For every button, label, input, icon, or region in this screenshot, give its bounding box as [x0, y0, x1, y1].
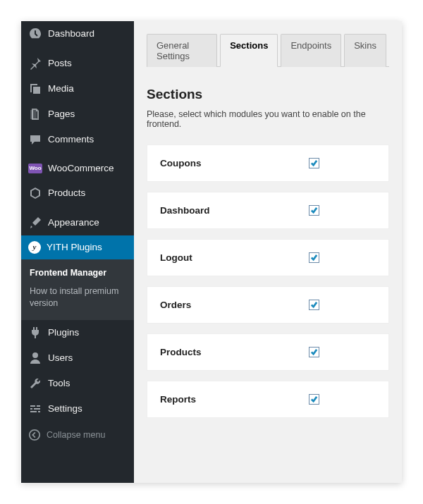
module-list: Coupons Dashboard Logout Orders [147, 145, 389, 418]
module-checkbox-reports[interactable] [309, 394, 319, 405]
sidebar-item-media[interactable]: Media [21, 76, 134, 102]
svg-rect-0 [30, 110, 37, 119]
module-checkbox-orders[interactable] [309, 300, 319, 310]
sidebar-item-label: Users [48, 352, 73, 364]
collapse-icon [28, 429, 41, 441]
collapse-menu-button[interactable]: Collapse menu [21, 422, 134, 448]
sidebar-item-label: Media [48, 82, 74, 95]
sidebar-item-products[interactable]: Products [21, 180, 134, 206]
app-frame: Dashboard Posts Media Pages Comments [21, 21, 402, 483]
sliders-icon [28, 402, 42, 416]
brush-icon [28, 216, 42, 230]
check-icon [310, 348, 318, 356]
module-checkbox-coupons[interactable] [309, 158, 319, 168]
yith-icon: y [28, 241, 41, 254]
admin-sidebar: Dashboard Posts Media Pages Comments [21, 21, 134, 483]
sidebar-item-label: YITH Plugins [47, 241, 102, 254]
module-label: Dashboard [160, 205, 309, 216]
module-checkbox-products[interactable] [309, 347, 319, 357]
module-row-products: Products [147, 333, 389, 371]
sidebar-item-label: Tools [48, 377, 70, 390]
wrench-icon [28, 376, 42, 391]
sidebar-item-yith-plugins[interactable]: y YITH Plugins [21, 235, 134, 259]
module-row-reports: Reports [147, 381, 389, 418]
tab-sections[interactable]: Sections [220, 34, 278, 67]
sidebar-item-label: Appearance [48, 216, 99, 229]
sidebar-item-users[interactable]: Users [21, 345, 134, 371]
sidebar-item-settings[interactable]: Settings [21, 396, 134, 422]
sidebar-item-label: WooCommerce [48, 162, 114, 175]
gauge-icon [28, 27, 42, 41]
woocommerce-icon: Woo [28, 164, 42, 173]
module-label: Logout [160, 252, 309, 263]
page-title: Sections [147, 87, 389, 102]
module-label: Products [160, 347, 309, 357]
tab-general-settings[interactable]: General Settings [147, 34, 217, 67]
submenu-item-frontend-manager[interactable]: Frontend Manager [21, 264, 134, 283]
sidebar-item-dashboard[interactable]: Dashboard [21, 21, 134, 47]
settings-tabs: General Settings Sections Endpoints Skin… [147, 34, 389, 67]
sidebar-item-label: Plugins [48, 326, 79, 339]
media-icon [28, 82, 42, 96]
tab-skins[interactable]: Skins [344, 34, 386, 67]
sidebar-item-label: Dashboard [48, 27, 94, 40]
sidebar-item-posts[interactable]: Posts [21, 51, 134, 76]
sidebar-item-label: Settings [48, 402, 82, 415]
pages-icon [28, 107, 42, 121]
sidebar-item-appearance[interactable]: Appearance [21, 210, 134, 235]
sidebar-item-label: Comments [48, 133, 94, 146]
check-icon [310, 159, 318, 167]
sidebar-item-label: Pages [48, 108, 75, 121]
module-checkbox-logout[interactable] [309, 252, 319, 263]
submenu-item-install-help[interactable]: How to install premium version [21, 282, 134, 313]
collapse-label: Collapse menu [47, 430, 105, 440]
module-row-logout: Logout [147, 239, 389, 276]
svg-point-1 [30, 430, 39, 440]
sidebar-submenu: Frontend Manager How to install premium … [21, 259, 134, 321]
sidebar-item-pages[interactable]: Pages [21, 102, 134, 127]
sidebar-item-tools[interactable]: Tools [21, 371, 134, 396]
user-icon [28, 351, 42, 365]
sidebar-item-label: Products [48, 187, 85, 199]
check-icon [310, 301, 318, 309]
check-icon [310, 395, 318, 403]
module-label: Reports [160, 394, 309, 405]
main-content: General Settings Sections Endpoints Skin… [134, 21, 402, 483]
sidebar-item-woocommerce[interactable]: Woo WooCommerce [21, 156, 134, 180]
module-label: Coupons [160, 158, 309, 168]
sidebar-item-plugins[interactable]: Plugins [21, 320, 134, 345]
cube-icon [28, 186, 42, 200]
tab-endpoints[interactable]: Endpoints [281, 34, 341, 67]
module-label: Orders [160, 300, 309, 310]
page-description: Please, select which modules you want to… [147, 109, 389, 129]
sidebar-item-label: Posts [48, 57, 72, 70]
sidebar-item-comments[interactable]: Comments [21, 127, 134, 152]
module-row-orders: Orders [147, 286, 389, 324]
module-checkbox-dashboard[interactable] [309, 205, 319, 216]
check-icon [310, 207, 318, 214]
check-icon [310, 254, 318, 262]
plug-icon [28, 326, 42, 340]
module-row-dashboard: Dashboard [147, 192, 389, 229]
comment-icon [28, 133, 42, 147]
pin-icon [28, 56, 42, 70]
module-row-coupons: Coupons [147, 145, 389, 182]
